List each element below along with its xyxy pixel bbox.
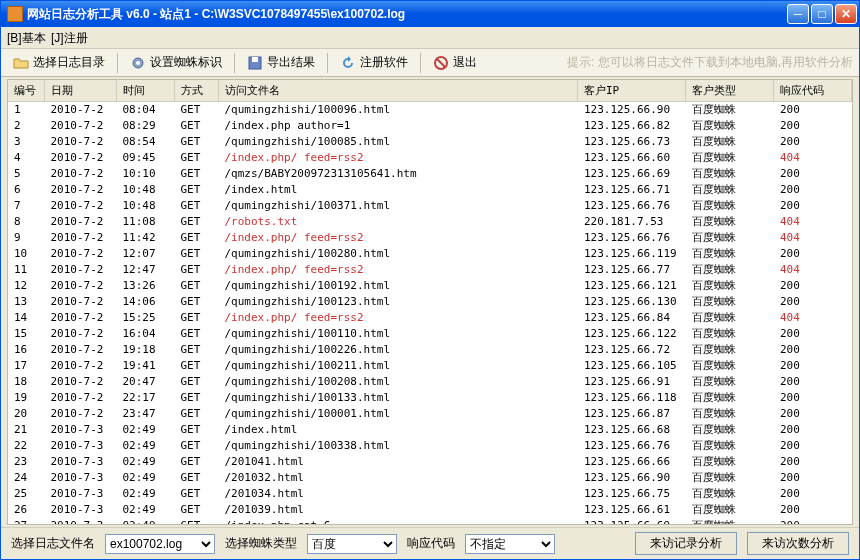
col-time[interactable]: 时间 — [116, 80, 174, 102]
table-row[interactable]: 102010-7-212:07GET/qumingzhishi/100280.h… — [8, 246, 852, 262]
cell-no: 1 — [8, 102, 44, 119]
cell-date: 2010-7-2 — [44, 406, 116, 422]
table-row[interactable]: 72010-7-210:48GET/qumingzhishi/100371.ht… — [8, 198, 852, 214]
cell-time: 08:54 — [116, 134, 174, 150]
cell-ip: 123.125.66.66 — [578, 454, 686, 470]
log-table-container[interactable]: 编号 日期 时间 方式 访问文件名 客户IP 客户类型 响应代码 12010-7… — [7, 79, 853, 525]
table-row[interactable]: 162010-7-219:18GET/qumingzhishi/100226.h… — [8, 342, 852, 358]
table-row[interactable]: 112010-7-212:47GET/index.php/ feed=rss21… — [8, 262, 852, 278]
table-row[interactable]: 32010-7-208:54GET/qumingzhishi/100085.ht… — [8, 134, 852, 150]
table-row[interactable]: 132010-7-214:06GET/qumingzhishi/100123.h… — [8, 294, 852, 310]
cell-code: 200 — [774, 486, 852, 502]
cell-file: /201041.html — [218, 454, 578, 470]
response-code-select[interactable]: 不指定 — [465, 534, 555, 554]
table-row[interactable]: 122010-7-213:26GET/qumingzhishi/100192.h… — [8, 278, 852, 294]
col-method[interactable]: 方式 — [174, 80, 218, 102]
cell-no: 3 — [8, 134, 44, 150]
table-row[interactable]: 262010-7-302:49GET/201039.html123.125.66… — [8, 502, 852, 518]
cell-date: 2010-7-3 — [44, 454, 116, 470]
table-row[interactable]: 182010-7-220:47GET/qumingzhishi/100208.h… — [8, 374, 852, 390]
spider-type-select[interactable]: 百度 — [307, 534, 397, 554]
set-spider-flag-button[interactable]: 设置蜘蛛标识 — [124, 52, 228, 73]
cell-agent: 百度蜘蛛 — [686, 454, 774, 470]
separator — [420, 53, 421, 73]
close-button[interactable]: ✕ — [835, 4, 857, 24]
cell-time: 10:48 — [116, 198, 174, 214]
cell-method: GET — [174, 502, 218, 518]
cell-no: 23 — [8, 454, 44, 470]
menu-register[interactable]: [J]注册 — [51, 31, 88, 45]
cell-ip: 123.125.66.71 — [578, 182, 686, 198]
cell-code: 200 — [774, 198, 852, 214]
menu-basic[interactable]: [B]基本 — [7, 31, 46, 45]
cell-file: /robots.txt — [218, 214, 578, 230]
cell-no: 10 — [8, 246, 44, 262]
cell-file: /qumingzhishi/100226.html — [218, 342, 578, 358]
response-code-label: 响应代码 — [407, 535, 455, 552]
cell-agent: 百度蜘蛛 — [686, 246, 774, 262]
col-ip[interactable]: 客户IP — [578, 80, 686, 102]
table-row[interactable]: 152010-7-216:04GET/qumingzhishi/100110.h… — [8, 326, 852, 342]
table-row[interactable]: 272010-7-302:49GET/index.php cat=6123.12… — [8, 518, 852, 525]
cell-agent: 百度蜘蛛 — [686, 230, 774, 246]
cell-agent: 百度蜘蛛 — [686, 422, 774, 438]
col-no[interactable]: 编号 — [8, 80, 44, 102]
col-file[interactable]: 访问文件名 — [218, 80, 578, 102]
cell-time: 02:49 — [116, 486, 174, 502]
cell-code: 404 — [774, 214, 852, 230]
cell-date: 2010-7-2 — [44, 310, 116, 326]
cell-time: 11:42 — [116, 230, 174, 246]
table-row[interactable]: 92010-7-211:42GET/index.php/ feed=rss212… — [8, 230, 852, 246]
cell-ip: 123.125.66.90 — [578, 470, 686, 486]
table-row[interactable]: 172010-7-219:41GET/qumingzhishi/100211.h… — [8, 358, 852, 374]
cell-ip: 123.125.66.68 — [578, 422, 686, 438]
spider-type-label: 选择蜘蛛类型 — [225, 535, 297, 552]
table-row[interactable]: 232010-7-302:49GET/201041.html123.125.66… — [8, 454, 852, 470]
cell-agent: 百度蜘蛛 — [686, 518, 774, 525]
logfile-label: 选择日志文件名 — [11, 535, 95, 552]
table-row[interactable]: 12010-7-208:04GET/qumingzhishi/100096.ht… — [8, 102, 852, 119]
cell-file: /qumingzhishi/100338.html — [218, 438, 578, 454]
table-row[interactable]: 42010-7-209:45GET/index.php/ feed=rss212… — [8, 150, 852, 166]
cell-file: /qumingzhishi/100133.html — [218, 390, 578, 406]
minimize-button[interactable]: ─ — [787, 4, 809, 24]
table-row[interactable]: 192010-7-222:17GET/qumingzhishi/100133.h… — [8, 390, 852, 406]
cell-ip: 123.125.66.73 — [578, 134, 686, 150]
export-result-button[interactable]: 导出结果 — [241, 52, 321, 73]
cell-method: GET — [174, 134, 218, 150]
logfile-select[interactable]: ex100702.log — [105, 534, 215, 554]
visit-count-analyze-button[interactable]: 来访次数分析 — [747, 532, 849, 555]
maximize-button[interactable]: □ — [811, 4, 833, 24]
col-date[interactable]: 日期 — [44, 80, 116, 102]
visit-record-analyze-button[interactable]: 来访记录分析 — [635, 532, 737, 555]
cell-file: /qumingzhishi/100123.html — [218, 294, 578, 310]
cell-code: 200 — [774, 422, 852, 438]
table-row[interactable]: 52010-7-210:10GET/qmzs/BABY2009723131056… — [8, 166, 852, 182]
cell-method: GET — [174, 486, 218, 502]
register-software-button[interactable]: 注册软件 — [334, 52, 414, 73]
cell-code: 404 — [774, 262, 852, 278]
log-table: 编号 日期 时间 方式 访问文件名 客户IP 客户类型 响应代码 12010-7… — [8, 80, 852, 525]
table-row[interactable]: 142010-7-215:25GET/index.php/ feed=rss21… — [8, 310, 852, 326]
select-log-dir-button[interactable]: 选择日志目录 — [7, 52, 111, 73]
titlebar[interactable]: 网站日志分析工具 v6.0 - 站点1 - C:\W3SVC1078497455… — [1, 1, 859, 27]
table-row[interactable]: 242010-7-302:49GET/201032.html123.125.66… — [8, 470, 852, 486]
table-row[interactable]: 222010-7-302:49GET/qumingzhishi/100338.h… — [8, 438, 852, 454]
table-row[interactable]: 252010-7-302:49GET/201034.html123.125.66… — [8, 486, 852, 502]
table-row[interactable]: 62010-7-210:48GET/index.html123.125.66.7… — [8, 182, 852, 198]
col-code[interactable]: 响应代码 — [774, 80, 852, 102]
cell-no: 18 — [8, 374, 44, 390]
separator — [117, 53, 118, 73]
cell-date: 2010-7-2 — [44, 374, 116, 390]
cell-method: GET — [174, 214, 218, 230]
table-row[interactable]: 82010-7-211:08GET/robots.txt220.181.7.53… — [8, 214, 852, 230]
table-row[interactable]: 202010-7-223:47GET/qumingzhishi/100001.h… — [8, 406, 852, 422]
table-row[interactable]: 212010-7-302:49GET/index.html123.125.66.… — [8, 422, 852, 438]
table-row[interactable]: 22010-7-208:29GET/index.php author=1123.… — [8, 118, 852, 134]
toolbar: 选择日志目录 设置蜘蛛标识 导出结果 注册软件 — [1, 49, 859, 77]
exit-button[interactable]: 退出 — [427, 52, 483, 73]
cell-date: 2010-7-2 — [44, 230, 116, 246]
cell-method: GET — [174, 342, 218, 358]
col-agent[interactable]: 客户类型 — [686, 80, 774, 102]
cell-agent: 百度蜘蛛 — [686, 470, 774, 486]
